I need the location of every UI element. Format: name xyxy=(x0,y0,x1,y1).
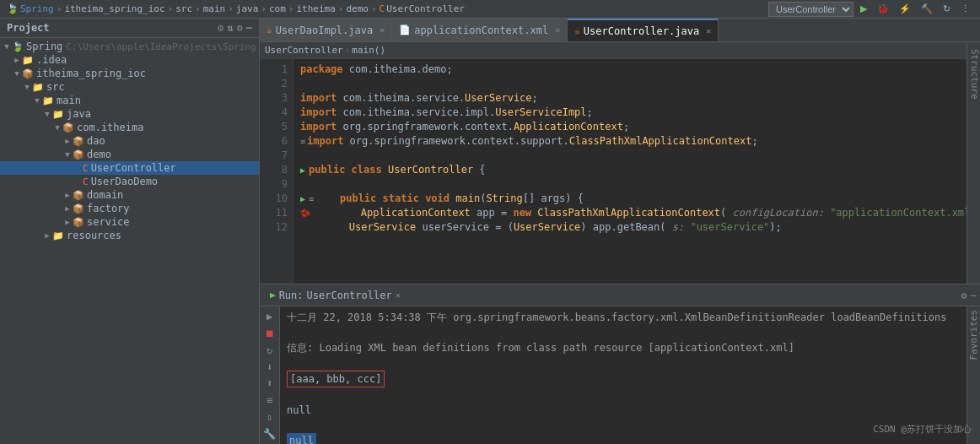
run-tab-close[interactable]: ✕ xyxy=(396,290,401,300)
tree-item-idea[interactable]: ▶ 📁 .idea xyxy=(0,53,259,67)
sidebar-settings-icon[interactable]: ⚙ xyxy=(218,22,223,34)
sidebar-header-icons: ⚙ ⇅ ⚙ — xyxy=(218,22,252,34)
code-line-7 xyxy=(300,149,960,163)
tree-spring-path: C:\Users\apple\IdeaProjects\Spring xyxy=(66,41,256,52)
tree-item-java[interactable]: ▼ 📁 java xyxy=(0,107,259,121)
code-line-4: import com.itheima.service.impl.UserServ… xyxy=(300,106,960,120)
code-line-6: ≡ import org.springframework.context.sup… xyxy=(300,134,960,149)
tree-item-ioc[interactable]: ▼ 📦 itheima_spring_ioc xyxy=(0,67,259,80)
breadcrumb-ioc[interactable]: itheima_spring_ioc xyxy=(64,3,164,14)
run-config-select[interactable]: UserController xyxy=(768,2,853,17)
output-line-4: null xyxy=(287,403,960,418)
output-line-1: 十二月 22, 2018 5:34:38 下午 org.springframew… xyxy=(287,310,960,325)
run-arrow-10[interactable]: ▶ xyxy=(300,192,305,206)
run-side-actions: ▶ ⏹ ↻ ⬇ ⬆ ≡ ⇕ 🔧 xyxy=(260,306,280,444)
tab-userdaoimpl[interactable]: ☕ UserDaoImpl.java ✕ xyxy=(260,19,392,42)
build-button[interactable]: 🔨 xyxy=(918,2,936,16)
folder-icon: 📁 xyxy=(22,55,34,66)
project-sidebar: Project ⚙ ⇅ ⚙ — ▼ 🍃 Spring C:\Users\appl… xyxy=(0,19,260,444)
tab-close-3[interactable]: ✕ xyxy=(706,26,711,35)
expand-arrow-com: ▼ xyxy=(52,123,62,132)
run-with-coverage-button[interactable]: ⚡ xyxy=(896,2,914,16)
run-again-btn[interactable]: ▶ xyxy=(261,310,278,324)
tree-spring-label: Spring xyxy=(26,41,62,52)
tree-item-domain[interactable]: ▶ 📦 domain xyxy=(0,188,259,202)
tree-com-itheima-label: com.itheima xyxy=(77,122,143,133)
tab-close-2[interactable]: ✕ xyxy=(555,25,560,35)
run-tab-icon: ▶ xyxy=(270,290,276,301)
editor-and-bottom: ☕ UserDaoImpl.java ✕ 📄 applicationContex… xyxy=(260,19,980,444)
service-package-icon: 📦 xyxy=(73,217,84,228)
tree-item-userdaodemo[interactable]: C UserDaoDemo xyxy=(0,175,259,188)
scroll-up-btn[interactable]: ⬆ xyxy=(261,376,278,391)
filter-btn[interactable]: ≡ xyxy=(261,393,278,408)
tree-resources-label: resources xyxy=(67,230,121,241)
debug-button[interactable]: 🐞 xyxy=(874,2,892,16)
tree-usercontroller-label: UserController xyxy=(91,162,176,174)
sidebar-expand-icon[interactable]: ⇅ xyxy=(227,22,233,34)
run-button[interactable]: ▶ xyxy=(857,2,870,16)
tab-applicationcontext[interactable]: 📄 applicationContext.xml ✕ xyxy=(392,19,568,42)
tab-usercontroller[interactable]: ☕ UserController.java ✕ xyxy=(568,19,719,42)
tree-domain-label: domain xyxy=(87,189,123,201)
dao-package-icon: 📦 xyxy=(73,136,84,147)
favorites-label[interactable]: Favorites xyxy=(967,306,980,364)
tree-item-spring[interactable]: ▼ 🍃 Spring C:\Users\apple\IdeaProjects\S… xyxy=(0,40,259,53)
update-button[interactable]: ↻ xyxy=(940,2,954,16)
bottom-tab-bar: ▶ Run: UserController ✕ ⚙ — xyxy=(260,284,980,306)
code-line-8: ▶ public class UserController { xyxy=(300,163,960,177)
tree-item-resources[interactable]: ▶ 📁 resources xyxy=(0,229,259,242)
tab-close-1[interactable]: ✕ xyxy=(380,25,385,35)
breadcrumb-src[interactable]: src xyxy=(175,3,192,14)
tree-item-dao[interactable]: ▶ 📦 dao xyxy=(0,134,259,148)
sidebar-gear-icon[interactable]: ⚙ xyxy=(237,22,243,34)
code-line-5: import org.springframework.context.Appli… xyxy=(300,120,960,134)
tree-item-service[interactable]: ▶ 📦 service xyxy=(0,215,259,229)
tree-item-demo[interactable]: ▼ 📦 demo xyxy=(0,148,259,161)
expand-btn[interactable]: ⇕ xyxy=(261,410,278,425)
tree-item-com-itheima[interactable]: ▼ 📦 com.itheima xyxy=(0,121,259,134)
expand-arrow: ▼ xyxy=(2,42,12,51)
breadcrumb-java[interactable]: java xyxy=(236,3,259,14)
stop-btn[interactable]: ⏹ xyxy=(261,327,278,341)
editor-content[interactable]: UserController › main() 12345 678910 111… xyxy=(260,42,967,284)
breadcrumb-com[interactable]: com xyxy=(269,3,286,14)
structure-label[interactable]: Structure xyxy=(967,42,980,106)
expand-arrow-domain: ▶ xyxy=(62,191,73,199)
line-numbers: 12345 678910 1112 xyxy=(260,59,293,284)
null-highlighted: null xyxy=(287,433,316,444)
project-icon: 🍃 xyxy=(12,41,24,52)
breadcrumb-main[interactable]: main xyxy=(203,3,226,14)
tree-item-src[interactable]: ▼ 📁 src xyxy=(0,80,259,94)
close-icon[interactable]: — xyxy=(971,290,977,301)
sidebar-header: Project ⚙ ⇅ ⚙ — xyxy=(0,19,259,38)
tree-java-label: java xyxy=(67,108,91,120)
sidebar-close-icon[interactable]: — xyxy=(246,22,252,34)
more-button[interactable]: ⋮ xyxy=(957,2,973,16)
breadcrumb-itheima[interactable]: itheima xyxy=(296,3,335,14)
tree-dao-label: dao xyxy=(87,135,105,147)
settings-icon[interactable]: ⚙ xyxy=(961,290,967,301)
rerun-btn[interactable]: ↻ xyxy=(261,344,278,358)
breadcrumb-controller[interactable]: C UserController xyxy=(380,3,465,14)
run-tab[interactable]: ▶ Run: UserController ✕ xyxy=(263,284,407,306)
main-folder-icon: 📁 xyxy=(42,95,54,106)
tree-item-usercontroller[interactable]: C UserController xyxy=(0,161,259,175)
run-label: Run: xyxy=(279,290,304,301)
class-icon: C xyxy=(380,3,385,14)
tab-appcontext-label: applicationContext.xml xyxy=(414,24,548,36)
settings-btn[interactable]: 🔧 xyxy=(261,426,278,441)
scroll-down-btn[interactable]: ⬇ xyxy=(261,360,278,374)
tree-item-main[interactable]: ▼ 📁 main xyxy=(0,94,259,107)
breadcrumb-spring[interactable]: Spring xyxy=(20,3,54,14)
expand-arrow-java: ▼ xyxy=(42,110,52,118)
code-area[interactable]: package com.itheima.demo; import com.ith… xyxy=(293,59,967,284)
demo-package-icon: 📦 xyxy=(73,149,84,160)
tree-service-label: service xyxy=(87,216,130,228)
tree-item-factory[interactable]: ▶ 📦 factory xyxy=(0,202,259,215)
tree-idea-label: .idea xyxy=(36,54,67,66)
run-arrow-8[interactable]: ▶ xyxy=(300,163,305,177)
nav-class: UserController xyxy=(265,45,343,56)
structure-panel: Structure xyxy=(967,42,980,284)
breadcrumb-demo[interactable]: demo xyxy=(346,3,369,14)
